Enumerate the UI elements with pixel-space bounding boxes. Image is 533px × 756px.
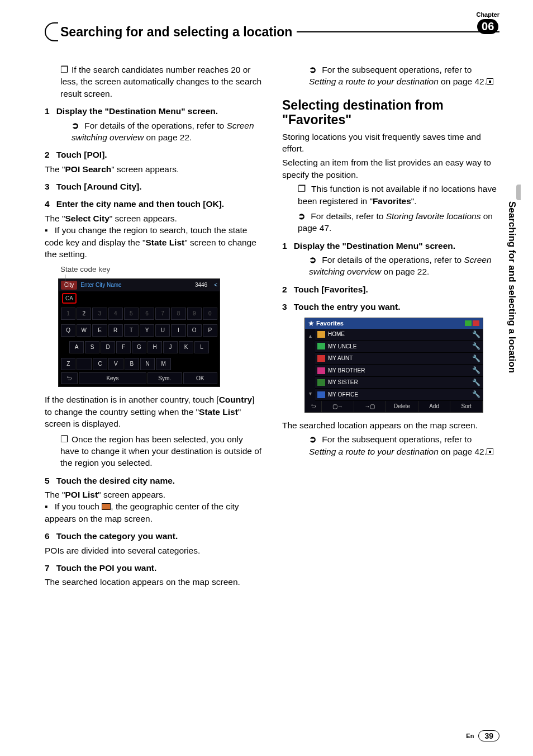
step-text: Enter the city name and then touch [OK]. <box>56 199 225 209</box>
step-number: 3 <box>45 182 50 191</box>
chapter-number: 06 <box>477 19 498 34</box>
back-button[interactable]: ⮌ <box>305 401 322 412</box>
key-5[interactable]: 5 <box>124 308 139 320</box>
favorites-list-item[interactable]: MY BROTHER🔧 <box>315 365 483 377</box>
favorite-item-name: MY SISTER <box>328 379 472 386</box>
favorite-item-icon <box>317 331 325 338</box>
ref-italic: Setting a route to your destination <box>309 77 439 86</box>
state-code-key[interactable]: CA <box>62 293 77 304</box>
step-text: Display the "Destination Menu" screen. <box>294 241 455 251</box>
key-blank[interactable] <box>77 358 91 370</box>
key-b[interactable]: B <box>125 358 139 370</box>
step-7-body: The searched location appears on the map… <box>45 576 262 588</box>
flag-icon-1[interactable] <box>465 320 472 326</box>
key-g[interactable]: G <box>132 341 146 353</box>
key-i[interactable]: I <box>171 324 185 337</box>
import-button[interactable]: →▢ <box>354 401 387 412</box>
key-z[interactable]: Z <box>61 358 75 370</box>
key-q[interactable]: Q <box>61 324 75 337</box>
edit-icon[interactable]: 🔧 <box>472 366 480 375</box>
edit-icon[interactable]: 🔧 <box>472 342 480 351</box>
edit-icon[interactable]: 🔧 <box>472 378 480 388</box>
add-button[interactable]: Add <box>418 401 451 412</box>
step-text: Touch [Favorites]. <box>294 285 368 294</box>
key-h[interactable]: H <box>147 341 162 353</box>
key-j[interactable]: J <box>163 341 178 353</box>
intro-para-1: Storing locations you visit frequently s… <box>282 131 499 155</box>
favorites-list-item[interactable]: MY SISTER🔧 <box>315 377 483 389</box>
key-v[interactable]: V <box>108 358 123 370</box>
key-2[interactable]: 2 <box>77 308 91 320</box>
favorites-title: Favorites <box>316 319 344 328</box>
text-bold: POI Search <box>65 164 112 174</box>
header-rule <box>297 31 499 32</box>
key-d[interactable]: D <box>101 341 115 353</box>
favorite-item-name: MY UNCLE <box>328 343 472 351</box>
key-4[interactable]: 4 <box>108 308 123 320</box>
city-tab[interactable]: City <box>61 281 77 290</box>
key-e[interactable]: E <box>92 324 107 337</box>
ref-text: For details of the operations, refer to <box>84 121 226 130</box>
step-number: 7 <box>45 563 50 573</box>
key-m[interactable]: M <box>156 358 170 370</box>
key-0[interactable]: 0 <box>203 308 217 320</box>
key-9[interactable]: 9 <box>187 308 202 320</box>
text-bold: State List <box>145 238 184 247</box>
key-y[interactable]: Y <box>140 324 154 337</box>
text: If the destination is in another country… <box>45 395 219 404</box>
fav-step-3: 3Touch the entry you want. <box>282 301 499 313</box>
key-1[interactable]: 1 <box>61 308 75 320</box>
country-note: If the destination is in another country… <box>45 394 262 429</box>
step-text: Touch the entry you want. <box>294 302 401 311</box>
favorites-list-item[interactable]: MY UNCLE🔧 <box>315 341 483 353</box>
flag-icon-2[interactable] <box>473 320 479 326</box>
key-p[interactable]: P <box>203 324 217 337</box>
delete-button[interactable]: Delete <box>386 401 418 412</box>
key-c[interactable]: C <box>93 358 107 370</box>
favorites-list-item[interactable]: HOME🔧 <box>315 329 483 341</box>
key-n[interactable]: N <box>140 358 155 370</box>
key-o[interactable]: O <box>187 324 202 337</box>
key-6[interactable]: 6 <box>140 308 154 320</box>
step-5-body: The "POI List" screen appears. <box>45 489 262 500</box>
scroll-down-icon[interactable]: ▾ <box>309 390 312 398</box>
key-l[interactable]: L <box>194 341 209 353</box>
key-s[interactable]: S <box>85 341 99 353</box>
edit-icon[interactable]: 🔧 <box>472 390 480 399</box>
key-t[interactable]: T <box>124 324 139 337</box>
key-8[interactable]: 8 <box>171 308 185 320</box>
scroll-up-icon[interactable]: ▴ <box>309 332 312 340</box>
step-1-ref: For details of the operations, refer to … <box>45 120 262 144</box>
key-a[interactable]: A <box>69 341 84 353</box>
export-button[interactable]: ▢→ <box>322 401 354 412</box>
favorite-item-icon <box>317 355 325 362</box>
footer-page-number: 39 <box>478 730 499 741</box>
keys-button[interactable]: Keys <box>79 372 146 385</box>
sym-button[interactable]: Sym. <box>147 372 182 385</box>
end-stop-icon <box>487 78 493 85</box>
key-u[interactable]: U <box>155 324 170 337</box>
favorites-list-item[interactable]: MY OFFICE🔧 <box>315 389 483 401</box>
favorites-list-item[interactable]: MY AUNT🔧 <box>315 353 483 365</box>
city-input-hint[interactable]: Enter City Name <box>80 281 121 289</box>
key-w[interactable]: W <box>77 324 91 337</box>
key-r[interactable]: R <box>108 324 123 337</box>
callout-line-icon <box>65 275 65 289</box>
edit-icon[interactable]: 🔧 <box>472 354 480 363</box>
text: " screen appears. <box>111 164 179 174</box>
key-k[interactable]: K <box>179 341 193 353</box>
key-f[interactable]: F <box>116 341 131 353</box>
favorite-item-icon <box>317 379 325 386</box>
favorite-item-icon <box>317 391 325 398</box>
text-bold: State List <box>199 407 238 417</box>
fav-step-1: 1Display the "Destination Menu" screen. <box>282 240 499 252</box>
chapter-label: Chapter <box>476 11 499 18</box>
key-7[interactable]: 7 <box>155 308 170 320</box>
key-3[interactable]: 3 <box>92 308 107 320</box>
edit-icon[interactable]: 🔧 <box>472 330 480 339</box>
back-button[interactable]: ⮌ <box>61 372 78 385</box>
step-3: 3Touch [Around City]. <box>45 181 262 192</box>
sort-button[interactable]: Sort <box>450 401 483 412</box>
collapse-arrow-icon[interactable]: < <box>214 281 217 289</box>
ok-button[interactable]: OK <box>183 372 218 385</box>
